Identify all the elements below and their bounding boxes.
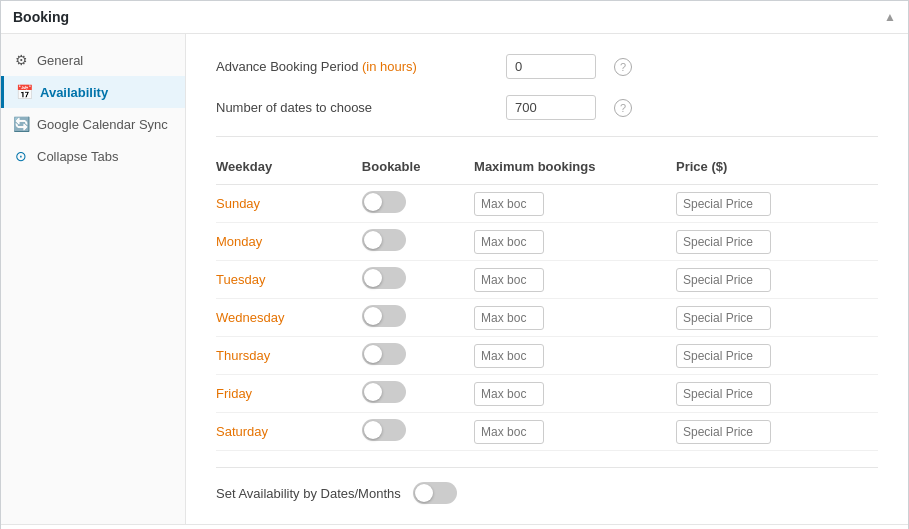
special-price-input[interactable] xyxy=(676,306,771,330)
bookable-toggle[interactable] xyxy=(362,381,406,403)
special-price-input[interactable] xyxy=(676,420,771,444)
table-row: Saturday xyxy=(216,413,878,451)
special-price-input[interactable] xyxy=(676,268,771,292)
day-name: Tuesday xyxy=(216,272,265,287)
sidebar-item-google-calendar[interactable]: 🔄 Google Calendar Sync xyxy=(1,108,185,140)
panel-header: Booking ▲ xyxy=(1,1,908,34)
bookable-toggle[interactable] xyxy=(362,191,406,213)
day-name: Wednesday xyxy=(216,310,284,325)
sidebar-item-general-label: General xyxy=(37,53,83,68)
availability-table: Weekday Bookable Maximum bookings Price … xyxy=(216,153,878,451)
panel-footer: 💾 Save Changes xyxy=(1,524,908,529)
bookable-toggle[interactable] xyxy=(362,343,406,365)
bookable-toggle[interactable] xyxy=(362,267,406,289)
table-row: Sunday xyxy=(216,185,878,223)
sidebar-item-google-label: Google Calendar Sync xyxy=(37,117,168,132)
sidebar-item-collapse-tabs[interactable]: ⊙ Collapse Tabs xyxy=(1,140,185,172)
max-booking-input[interactable] xyxy=(474,344,544,368)
max-booking-input[interactable] xyxy=(474,420,544,444)
advance-booking-label: Advance Booking Period (in hours) xyxy=(216,59,496,74)
calendar-icon: 📅 xyxy=(16,84,32,100)
day-name: Monday xyxy=(216,234,262,249)
advance-booking-row: Advance Booking Period (in hours) ? xyxy=(216,54,878,79)
sidebar-item-general[interactable]: ⚙ General xyxy=(1,44,185,76)
bookable-toggle[interactable] xyxy=(362,419,406,441)
bookable-toggle[interactable] xyxy=(362,305,406,327)
col-header-price: Price ($) xyxy=(676,153,878,185)
num-dates-row: Number of dates to choose ? xyxy=(216,95,878,120)
main-content: Advance Booking Period (in hours) ? Numb… xyxy=(186,34,908,524)
special-price-input[interactable] xyxy=(676,382,771,406)
max-booking-input[interactable] xyxy=(474,192,544,216)
sync-icon: 🔄 xyxy=(13,116,29,132)
advance-booking-hours: (in hours) xyxy=(362,59,417,74)
booking-panel: Booking ▲ ⚙ General 📅 Availability 🔄 Goo… xyxy=(0,0,909,529)
table-row: Wednesday xyxy=(216,299,878,337)
advance-booking-help-icon[interactable]: ? xyxy=(614,58,632,76)
num-dates-help-icon[interactable]: ? xyxy=(614,99,632,117)
num-dates-label: Number of dates to choose xyxy=(216,100,496,115)
special-price-input[interactable] xyxy=(676,230,771,254)
col-header-bookable: Bookable xyxy=(362,153,474,185)
sidebar-item-availability-label: Availability xyxy=(40,85,108,100)
day-name: Saturday xyxy=(216,424,268,439)
set-availability-label: Set Availability by Dates/Months xyxy=(216,486,401,501)
advance-booking-input[interactable] xyxy=(506,54,596,79)
table-row: Thursday xyxy=(216,337,878,375)
divider-1 xyxy=(216,136,878,137)
gear-icon: ⚙ xyxy=(13,52,29,68)
col-header-weekday: Weekday xyxy=(216,153,362,185)
sidebar-item-availability[interactable]: 📅 Availability xyxy=(1,76,185,108)
sidebar-item-collapse-label: Collapse Tabs xyxy=(37,149,118,164)
day-name: Thursday xyxy=(216,348,270,363)
num-dates-input[interactable] xyxy=(506,95,596,120)
special-price-input[interactable] xyxy=(676,192,771,216)
table-row: Friday xyxy=(216,375,878,413)
col-header-maxbookings: Maximum bookings xyxy=(474,153,676,185)
panel-title: Booking xyxy=(13,9,69,25)
max-booking-input[interactable] xyxy=(474,268,544,292)
day-name: Sunday xyxy=(216,196,260,211)
max-booking-input[interactable] xyxy=(474,382,544,406)
table-row: Tuesday xyxy=(216,261,878,299)
day-name: Friday xyxy=(216,386,252,401)
collapse-icon[interactable]: ▲ xyxy=(884,10,896,24)
bookable-toggle[interactable] xyxy=(362,229,406,251)
max-booking-input[interactable] xyxy=(474,306,544,330)
sidebar: ⚙ General 📅 Availability 🔄 Google Calend… xyxy=(1,34,186,524)
circle-icon: ⊙ xyxy=(13,148,29,164)
special-price-input[interactable] xyxy=(676,344,771,368)
table-row: Monday xyxy=(216,223,878,261)
set-availability-row: Set Availability by Dates/Months xyxy=(216,467,878,504)
set-availability-toggle[interactable] xyxy=(413,482,457,504)
max-booking-input[interactable] xyxy=(474,230,544,254)
panel-body: ⚙ General 📅 Availability 🔄 Google Calend… xyxy=(1,34,908,524)
